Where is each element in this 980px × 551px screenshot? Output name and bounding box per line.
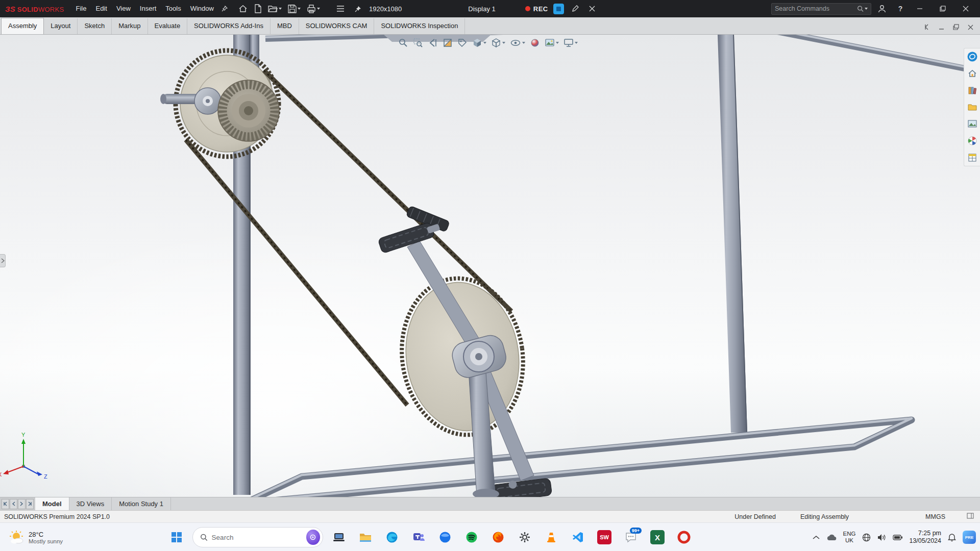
menu-edit[interactable]: Edit <box>91 0 111 17</box>
solidworks-resources-icon[interactable] <box>966 67 978 80</box>
tab-mbd[interactable]: MBD <box>271 18 299 34</box>
dynamic-annotations-icon[interactable] <box>456 37 469 49</box>
custom-properties-icon[interactable] <box>966 152 978 164</box>
section-view-icon[interactable] <box>442 37 454 49</box>
tab-solidworks-inspection[interactable]: SOLIDWORKS Inspection <box>374 18 465 34</box>
feature-manager-collapsed-tab[interactable] <box>0 254 6 267</box>
taskbar-app-file-explorer-icon[interactable] <box>355 527 376 548</box>
taskbar-app-excel-icon[interactable]: X <box>647 527 668 548</box>
tray-chevron-up-icon[interactable] <box>813 535 820 540</box>
status-options-icon[interactable] <box>967 513 974 520</box>
weather-widget[interactable]: 28°C Mostly sunny <box>4 523 68 551</box>
new-document-button[interactable] <box>251 2 264 16</box>
recorder-stop-button[interactable] <box>553 4 564 14</box>
taskbar-search-input[interactable] <box>212 534 302 541</box>
display-style-icon[interactable] <box>490 37 506 49</box>
taskbar-app-firefox-icon[interactable] <box>487 527 509 548</box>
search-scope-caret-icon[interactable] <box>865 8 868 10</box>
edit-appearance-icon[interactable] <box>529 37 541 49</box>
copilot-preview-icon[interactable]: PRE <box>963 531 976 544</box>
tab-solidworks-cam[interactable]: SOLIDWORKS CAM <box>299 18 375 34</box>
doc-restore-icon[interactable] <box>951 23 961 31</box>
3dexperience-icon[interactable] <box>966 51 978 63</box>
volume-icon[interactable] <box>877 534 886 541</box>
print-caret-icon[interactable] <box>317 8 320 10</box>
frame-top-rail[interactable] <box>265 35 980 71</box>
record-button[interactable]: REC <box>525 5 548 13</box>
reference-triad[interactable]: Y X Z <box>0 432 47 480</box>
print-button[interactable] <box>304 2 323 16</box>
taskbar-app-settings-icon[interactable] <box>514 527 535 548</box>
hide-show-caret-icon[interactable] <box>522 42 525 44</box>
recorder-menu-icon[interactable] <box>334 2 347 16</box>
recorder-edit-icon[interactable] <box>569 2 581 16</box>
save-caret-icon[interactable] <box>298 8 301 10</box>
taskbar-app-solidworks-icon[interactable]: SW <box>594 527 615 548</box>
taskbar-app-record-icon[interactable] <box>673 527 695 548</box>
recorder-pin-icon[interactable] <box>352 2 364 16</box>
doc-minimize-icon[interactable] <box>937 23 946 31</box>
model-viewport[interactable]: Y X Z <box>0 35 980 497</box>
view-orientation-icon[interactable] <box>471 37 487 49</box>
close-button[interactable] <box>954 0 977 17</box>
appearances-scenes-icon[interactable] <box>966 135 978 147</box>
bevel-gear[interactable] <box>218 80 279 141</box>
open-button[interactable] <box>265 2 284 16</box>
open-caret-icon[interactable] <box>279 8 282 10</box>
network-icon[interactable] <box>862 533 871 542</box>
taskbar-app-spotify-icon[interactable] <box>461 527 482 548</box>
doc-close-icon[interactable] <box>966 23 975 31</box>
design-library-icon[interactable] <box>966 84 978 96</box>
last-tab-button[interactable] <box>26 499 34 509</box>
view-palette-icon[interactable] <box>966 118 978 130</box>
display-style-caret-icon[interactable] <box>502 42 505 44</box>
recorder-close-icon[interactable] <box>586 2 598 16</box>
tab-markup[interactable]: Markup <box>112 18 148 34</box>
first-tab-button[interactable] <box>2 499 9 509</box>
minimize-button[interactable] <box>908 0 931 17</box>
clock[interactable]: 7:25 pm 13/05/2024 <box>909 530 941 545</box>
taskbar-app-edge-icon[interactable] <box>381 527 403 548</box>
frame-base[interactable] <box>245 418 912 497</box>
save-button[interactable] <box>285 2 303 16</box>
doc-previous-icon[interactable] <box>923 23 932 31</box>
menu-insert[interactable]: Insert <box>135 0 161 17</box>
search-commands-input[interactable] <box>775 5 857 12</box>
view-orientation-caret-icon[interactable] <box>483 42 486 44</box>
onedrive-icon[interactable] <box>826 534 837 541</box>
apply-scene-icon[interactable] <box>544 37 560 49</box>
view-settings-icon[interactable] <box>562 37 579 49</box>
taskbar-app-chat-icon[interactable]: 99+ <box>620 527 642 548</box>
search-highlight-app-icon[interactable] <box>306 530 320 545</box>
apply-scene-caret-icon[interactable] <box>556 42 559 44</box>
menu-file[interactable]: File <box>71 0 91 17</box>
notifications-icon[interactable] <box>948 533 956 542</box>
tab-motion-study-1[interactable]: Motion Study 1 <box>112 497 171 510</box>
search-commands-box[interactable] <box>771 3 871 15</box>
taskbar-app-laptop-icon[interactable] <box>328 527 350 548</box>
tab-3d-views[interactable]: 3D Views <box>69 497 112 510</box>
tab-sketch[interactable]: Sketch <box>78 18 112 34</box>
taskbar-app-vscode-icon[interactable] <box>567 527 589 548</box>
taskbar-app-browser-icon[interactable] <box>434 527 456 548</box>
battery-icon[interactable] <box>893 535 902 540</box>
maximize-button[interactable] <box>931 0 954 17</box>
graphics-area[interactable]: Y X Z <box>0 35 980 497</box>
menu-view[interactable]: View <box>112 0 135 17</box>
help-icon[interactable]: ? <box>893 2 908 16</box>
zoom-to-fit-icon[interactable] <box>397 37 409 49</box>
units-selector[interactable]: MMGS <box>925 513 945 520</box>
tab-solidworks-add-ins[interactable]: SOLIDWORKS Add-Ins <box>187 18 271 34</box>
frame-post-right[interactable] <box>718 35 747 433</box>
zoom-to-area-icon[interactable] <box>412 37 424 49</box>
tab-evaluate[interactable]: Evaluate <box>148 18 188 34</box>
view-settings-caret-icon[interactable] <box>575 42 578 44</box>
taskbar-search-box[interactable] <box>192 527 323 547</box>
tab-model[interactable]: Model <box>35 497 69 510</box>
previous-view-icon[interactable] <box>427 37 439 49</box>
menu-pin-icon[interactable] <box>218 2 231 16</box>
taskbar-app-teams-icon[interactable] <box>408 527 429 548</box>
tab-layout[interactable]: Layout <box>44 18 78 34</box>
next-tab-button[interactable] <box>18 499 26 509</box>
menu-window[interactable]: Window <box>186 0 218 17</box>
